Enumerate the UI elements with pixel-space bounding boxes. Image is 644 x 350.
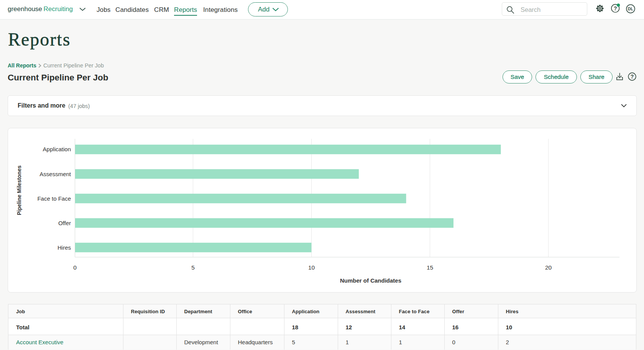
svg-text:Face to Face: Face to Face xyxy=(37,195,71,202)
svg-text:5: 5 xyxy=(191,264,195,271)
svg-text:Pipeline Milestones: Pipeline Milestones xyxy=(16,165,22,215)
svg-text:Number of Candidates: Number of Candidates xyxy=(340,277,401,284)
svg-text:10: 10 xyxy=(308,264,315,271)
svg-text:DL: DL xyxy=(628,7,634,11)
svg-text:?: ? xyxy=(614,5,617,11)
svg-text:20: 20 xyxy=(545,264,552,271)
svg-text:15: 15 xyxy=(427,264,433,271)
svg-text:0: 0 xyxy=(73,264,77,271)
svg-text:Offer: Offer xyxy=(58,220,71,226)
svg-text:Hires: Hires xyxy=(58,244,71,251)
svg-text:?: ? xyxy=(631,74,634,80)
svg-text:Application: Application xyxy=(43,146,71,152)
svg-text:Assessment: Assessment xyxy=(39,171,71,177)
